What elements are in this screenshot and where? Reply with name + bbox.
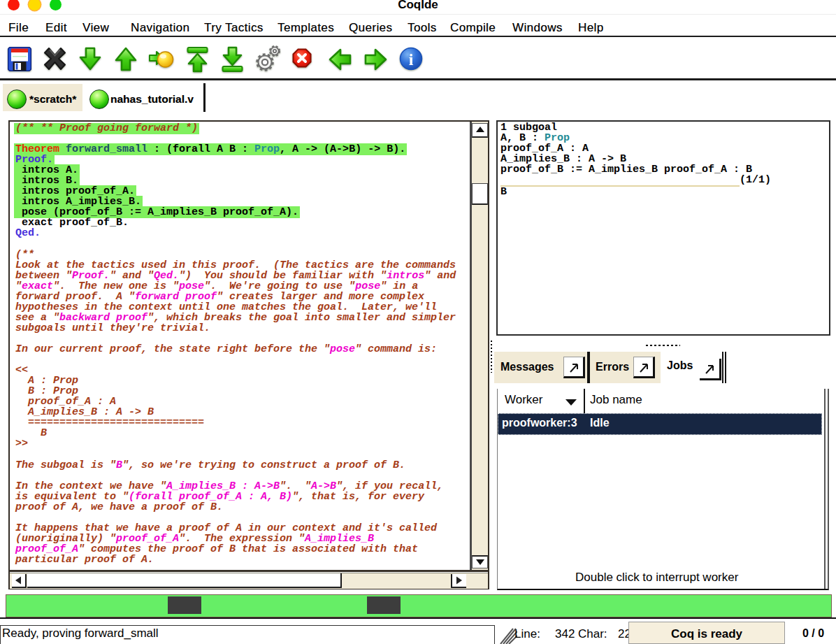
svg-text:i: i — [409, 50, 414, 69]
